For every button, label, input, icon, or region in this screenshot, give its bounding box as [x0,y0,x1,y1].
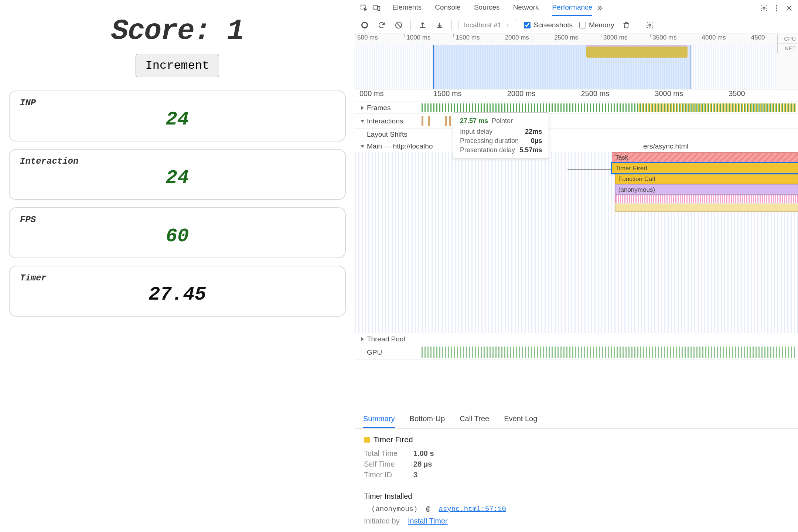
svg-point-4 [776,5,777,6]
overview-strip[interactable]: 500 ms 1000 ms 1500 ms 2000 ms 2500 ms 3… [355,34,798,89]
initiator-link[interactable]: Install Timer [408,517,448,525]
expand-icon[interactable] [361,106,364,110]
ruler-tick: 2500 ms [576,89,650,102]
detail-pane: Summary Bottom-Up Call Tree Event Log Ti… [355,409,798,532]
clear-icon[interactable] [393,20,404,30]
frames-track[interactable]: Frames [355,102,798,114]
inp-label: INP [20,98,335,108]
expand-icon[interactable] [360,145,365,148]
devtools-tabstrip: Elements Console Sources Network Perform… [355,0,798,16]
layout-shifts-track[interactable]: Layout Shifts [355,129,798,140]
svg-point-8 [649,24,651,26]
source-link[interactable]: async.html:57:10 [439,505,506,513]
detail-tab-eventlog[interactable]: Event Log [504,415,537,423]
tab-sources[interactable]: Sources [474,0,500,16]
thread-pool-label: Thread Pool [367,335,405,343]
screenshots-checkbox[interactable]: Screenshots [524,21,573,29]
session-select[interactable]: localhost #1 [458,20,517,30]
ruler-tick: 2000 ms [503,89,577,102]
expand-icon[interactable] [360,120,365,123]
flame-stripe [615,195,798,203]
tooltip-v: 5.57ms [519,146,542,154]
timer-card: Timer 27.45 [9,266,346,317]
perf-settings-icon[interactable] [645,20,655,30]
flame-timer-fired[interactable]: Timer Fired [612,163,798,173]
overview-tick: 1500 ms [453,34,502,44]
inp-card: INP 24 [9,91,346,141]
expand-icon[interactable] [361,337,364,341]
tooltip-k: Input delay [460,128,521,136]
session-select-label: localhost #1 [464,21,501,29]
tab-console[interactable]: Console [435,0,461,16]
tooltip-k: Presentation delay [460,146,515,154]
interactions-track[interactable]: Interactions [355,114,798,129]
overview-net-label: NET [778,44,798,53]
more-tabs-icon[interactable] [594,3,605,13]
color-swatch [364,437,370,443]
overview-tick: 4000 ms [700,34,749,44]
memory-checkbox[interactable]: Memory [579,21,614,29]
detail-v: 28 µs [413,460,432,468]
initiated-label: Initiated by [364,517,400,525]
svg-point-6 [776,10,777,11]
fps-value: 60 [20,225,335,247]
tab-performance[interactable]: Performance [552,0,592,16]
divider [384,3,384,13]
download-icon[interactable] [434,20,445,30]
tab-elements[interactable]: Elements [392,0,422,16]
overview-tick: 2500 ms [552,34,601,44]
interaction-tooltip: 27.57 ms Pointer Input delay22ms Process… [453,112,549,159]
detail-k: Timer ID [364,471,405,479]
installed-anon: (anonymous) [371,505,417,513]
interaction-label: Interaction [20,156,335,166]
inspect-icon[interactable] [359,3,369,13]
tooltip-type: Pointer [492,117,513,125]
device-icon[interactable] [371,3,382,13]
gpu-label: GPU [367,348,382,357]
flame-task[interactable]: Task [612,152,798,163]
interaction-value: 24 [20,167,335,189]
overview-selection[interactable] [433,45,690,89]
detail-tab-bottomup[interactable]: Bottom-Up [410,415,445,423]
tab-network[interactable]: Network [513,0,539,16]
timer-label: Timer [20,273,335,283]
reload-icon[interactable] [376,20,387,30]
detail-k: Total Time [364,449,405,458]
svg-point-5 [776,7,777,9]
installed-at: @ [426,505,430,513]
detail-tab-summary[interactable]: Summary [363,415,395,428]
gc-icon[interactable] [621,20,631,30]
svg-rect-1 [373,6,378,9]
perf-toolbar: localhost #1 Screenshots Memory [355,16,798,34]
detail-k: Self Time [364,460,405,468]
overview-cpu-label: CPU [778,34,798,44]
increment-button[interactable]: Increment [136,54,219,77]
gpu-track[interactable]: GPU [355,345,798,360]
close-icon[interactable] [784,3,794,13]
main-flame[interactable]: Task Timer Fired Function Call (anonymou… [355,152,798,333]
installed-title: Timer Installed [364,492,789,501]
record-icon[interactable] [359,20,370,30]
memory-label: Memory [589,21,614,29]
kebab-icon[interactable] [771,3,782,13]
thread-pool-track[interactable]: Thread Pool [355,333,798,345]
detail-tab-calltree[interactable]: Call Tree [460,415,489,423]
ruler-tick: 3000 ms [650,89,724,102]
tooltip-v: 22ms [525,128,542,136]
detail-v: 1.00 s [413,449,434,458]
fps-card: FPS 60 [9,207,346,258]
flame-function-call[interactable]: Function Call [615,174,798,184]
layout-shifts-label: Layout Shifts [367,130,407,139]
svg-rect-2 [378,6,380,10]
timeline[interactable]: 000 ms 1500 ms 2000 ms 2500 ms 3000 ms 3… [355,89,798,409]
interactions-label: Interactions [367,117,403,125]
flame-anonymous[interactable]: (anonymous) [615,184,798,195]
gear-icon[interactable] [759,3,769,13]
inp-value: 24 [20,109,335,130]
overview-tick: 3000 ms [601,34,650,44]
overview-tick: 2000 ms [503,34,552,44]
main-track-header[interactable]: Main — http://localho ers/async.html [355,140,798,152]
overview-tick: 3500 ms [650,34,699,44]
ruler-tick: 1500 ms [429,89,503,102]
upload-icon[interactable] [417,20,428,30]
